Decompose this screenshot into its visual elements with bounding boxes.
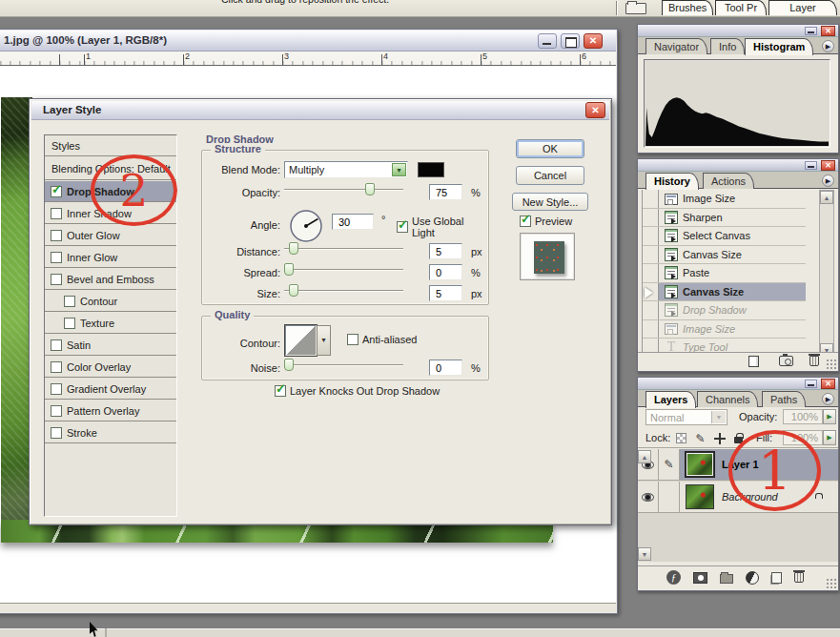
checkbox[interactable] xyxy=(51,427,62,439)
scroll-up-icon[interactable]: ▲ xyxy=(820,191,833,204)
styles-item-inner-glow[interactable]: Inner Glow xyxy=(45,247,176,268)
fill-spin-icon[interactable]: ▶ xyxy=(823,430,836,445)
scroll-up-icon[interactable]: ▲ xyxy=(638,450,651,463)
history-source-cell[interactable] xyxy=(643,209,659,227)
styles-item-satin[interactable]: Satin xyxy=(45,335,176,356)
chevron-down-icon[interactable]: ▼ xyxy=(392,163,406,176)
history-source-cell[interactable] xyxy=(643,246,659,264)
scroll-down-icon[interactable]: ▼ xyxy=(638,547,651,561)
delete-layer-icon[interactable] xyxy=(794,572,804,583)
checkbox[interactable] xyxy=(64,318,75,329)
minimize-icon[interactable] xyxy=(805,27,817,35)
history-item[interactable]: Paste xyxy=(643,264,806,283)
lock-paint-icon[interactable]: ✎ xyxy=(693,431,707,445)
file-browser-icon[interactable] xyxy=(625,3,646,14)
tab-channels[interactable]: Channels xyxy=(697,391,758,407)
tab-actions[interactable]: Actions xyxy=(703,173,754,189)
distance-input[interactable] xyxy=(429,243,462,259)
minimize-button[interactable] xyxy=(538,33,557,49)
history-item[interactable]: Sharpen xyxy=(643,209,806,228)
styles-item-color-overlay[interactable]: Color Overlay xyxy=(45,357,176,378)
close-icon[interactable]: ✕ xyxy=(821,160,835,171)
document-titlebar[interactable]: 1.jpg @ 100% (Layer 1, RGB/8*) ✕ xyxy=(0,31,616,51)
history-item-undone[interactable]: Drop Shadow xyxy=(643,301,806,320)
noise-input[interactable] xyxy=(429,360,462,376)
history-source-cell[interactable] xyxy=(643,320,659,339)
slider-thumb[interactable] xyxy=(284,359,294,371)
resize-grip[interactable] xyxy=(826,359,837,370)
angle-input[interactable] xyxy=(332,214,374,230)
palette-titlebar[interactable]: ✕ xyxy=(638,159,838,172)
history-item-undone[interactable]: Image Size xyxy=(643,320,806,339)
layer-group-icon[interactable] xyxy=(720,574,733,584)
distance-slider[interactable] xyxy=(284,240,403,256)
history-item-current[interactable]: Canvas Size xyxy=(643,283,806,302)
checkbox[interactable] xyxy=(64,296,75,307)
maximize-button[interactable] xyxy=(561,33,580,49)
contour-picker[interactable] xyxy=(285,325,317,356)
new-layer-icon[interactable] xyxy=(771,572,782,584)
tab-layers[interactable]: Layers xyxy=(645,391,696,408)
dialog-close-button[interactable]: ✕ xyxy=(585,102,605,118)
opacity-input[interactable] xyxy=(429,184,462,200)
checkbox[interactable] xyxy=(51,339,62,351)
new-document-from-state-icon[interactable] xyxy=(748,356,759,367)
layer-thumbnail[interactable] xyxy=(686,484,714,509)
new-snapshot-icon[interactable] xyxy=(779,356,793,366)
palette-titlebar[interactable]: ✕ xyxy=(638,25,838,37)
slider-thumb[interactable] xyxy=(289,242,298,255)
slider-thumb[interactable] xyxy=(289,284,298,297)
checkbox[interactable] xyxy=(51,208,62,219)
history-source-cell[interactable] xyxy=(643,283,659,301)
angle-dial[interactable] xyxy=(288,208,324,244)
slider-thumb[interactable] xyxy=(365,183,375,195)
palette-menu-icon[interactable]: ▶ xyxy=(822,40,834,52)
new-style-button[interactable]: New Style... xyxy=(512,193,588,211)
opacity-slider[interactable] xyxy=(284,181,403,196)
spread-input[interactable] xyxy=(429,264,462,280)
use-global-light-checkbox[interactable]: ✓ Use Global Light xyxy=(397,216,488,238)
checkbox[interactable] xyxy=(51,274,62,285)
styles-item-gradient-overlay[interactable]: Gradient Overlay xyxy=(45,379,176,400)
anti-aliased-checkbox[interactable]: Anti-aliased xyxy=(347,334,417,345)
resize-grip[interactable] xyxy=(826,578,837,589)
styles-item-outer-glow[interactable]: Outer Glow xyxy=(45,225,176,246)
checkbox[interactable] xyxy=(51,230,62,241)
cancel-button[interactable]: Cancel xyxy=(516,166,584,185)
adjustment-layer-icon[interactable] xyxy=(746,571,759,585)
history-item[interactable]: Image Size xyxy=(643,190,806,209)
layer-thumbnail[interactable] xyxy=(686,452,714,477)
tab-paths[interactable]: Paths xyxy=(762,391,806,407)
dialog-titlebar[interactable]: Layer Style ✕ xyxy=(31,101,609,120)
history-source-cell[interactable] xyxy=(643,301,659,319)
history-item[interactable]: Select Canvas xyxy=(643,227,806,246)
styles-item-pattern-overlay[interactable]: Pattern Overlay xyxy=(45,401,176,421)
close-icon[interactable]: ✕ xyxy=(821,26,835,36)
noise-slider[interactable] xyxy=(284,357,403,372)
current-state-pointer-icon[interactable] xyxy=(645,287,659,298)
opacity-spin-icon[interactable]: ▶ xyxy=(823,409,836,424)
spread-slider[interactable] xyxy=(284,261,403,277)
layer-blend-mode-select[interactable]: Normal ▼ xyxy=(645,409,727,425)
close-button[interactable]: ✕ xyxy=(584,33,603,49)
blend-mode-select[interactable]: Multiply ▼ xyxy=(284,161,408,178)
slider-thumb[interactable] xyxy=(284,263,294,276)
checkbox[interactable] xyxy=(51,405,62,417)
palette-tab-tool-presets[interactable]: Tool Pr xyxy=(715,0,767,15)
palette-titlebar[interactable]: ✕ xyxy=(638,378,838,390)
visibility-cell[interactable] xyxy=(638,482,659,512)
styles-item-contour[interactable]: Contour xyxy=(45,291,176,312)
history-scrollbar[interactable]: ▲ ▼ xyxy=(819,190,834,358)
checkbox[interactable] xyxy=(51,252,62,263)
history-item[interactable]: Canvas Size xyxy=(643,246,806,265)
palette-tab-brushes[interactable]: Brushes xyxy=(662,0,713,15)
layer-opacity-value[interactable]: 100% xyxy=(783,409,823,424)
preview-checkbox[interactable]: ✓ Preview xyxy=(520,216,572,227)
styles-item-stroke[interactable]: Stroke xyxy=(45,422,176,443)
ok-button[interactable]: OK xyxy=(516,139,584,158)
layer-style-fx-icon[interactable]: ƒ xyxy=(666,570,681,585)
layer-mask-icon[interactable] xyxy=(693,572,707,584)
history-source-cell[interactable] xyxy=(643,190,659,208)
checkbox[interactable] xyxy=(347,334,359,345)
styles-item-bevel-emboss[interactable]: Bevel and Emboss xyxy=(45,269,176,290)
